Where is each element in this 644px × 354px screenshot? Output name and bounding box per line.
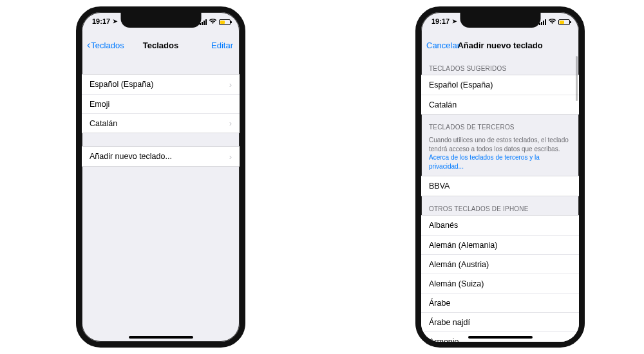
battery-icon (558, 19, 570, 25)
status-indicators (539, 18, 570, 26)
keyboard-row[interactable]: Catalán › (82, 113, 240, 133)
phone-right: 19:17 ➤ Cancelar Añadir nuevo teclado TE… (415, 6, 585, 348)
section-footer-third-party: Cuando utilices uno de estos teclados, e… (421, 133, 579, 176)
list-item[interactable]: Alemán (Alemania) (421, 235, 579, 254)
item-label: Catalán (429, 100, 457, 109)
add-keyboard-row[interactable]: Añadir nuevo teclado... › (82, 147, 240, 166)
disclosure-icon: › (229, 118, 232, 128)
nav-back-button[interactable]: ‹ Teclados (87, 40, 124, 50)
list-item[interactable]: Español (España) (421, 75, 579, 95)
privacy-link[interactable]: Acerca de los teclados de terceros y la … (429, 154, 540, 170)
nav-bar: ‹ Teclados Teclados Editar (82, 34, 240, 56)
list-item[interactable]: Árabe najdí (421, 312, 579, 331)
notch (120, 12, 201, 28)
scroll-indicator[interactable] (576, 56, 578, 101)
time-label: 19:17 (431, 17, 450, 25)
nav-title: Añadir nuevo teclado (457, 41, 542, 50)
list-item[interactable]: Alemán (Suiza) (421, 274, 579, 293)
chevron-left-icon: ‹ (87, 40, 90, 50)
keyboard-label: Emoji (90, 100, 109, 109)
battery-fill (220, 21, 225, 24)
item-label: Armenio (429, 337, 459, 342)
nav-bar: Cancelar Añadir nuevo teclado (421, 34, 579, 56)
status-time: 19:17 ➤ (431, 17, 457, 25)
status-time: 19:17 ➤ (92, 17, 118, 25)
list-item[interactable]: BBVA (421, 176, 579, 196)
section-header-other: OTROS TECLADOS DE IPHONE (421, 196, 579, 215)
nav-edit-button[interactable]: Editar (211, 41, 233, 50)
add-keyboard-label: Añadir nuevo teclado... (90, 152, 172, 161)
item-label: Árabe najdí (429, 318, 470, 327)
notch (460, 12, 540, 28)
item-label: Árabe (429, 299, 450, 308)
item-label: Español (España) (429, 80, 493, 89)
content-right[interactable]: TECLADOS SUGERIDOS Español (España) Cata… (421, 56, 579, 342)
location-arrow-icon: ➤ (113, 18, 118, 24)
section-header-third-party: TECLADOS DE TERCEROS (421, 115, 579, 133)
nav-back-label: Teclados (91, 41, 124, 50)
phone-left: 19:17 ➤ ‹ Teclados Teclados Editar Españ… (76, 6, 245, 348)
list-item[interactable]: Catalán (421, 95, 579, 114)
other-group: Albanés Alemán (Alemania) Alemán (Austri… (421, 215, 579, 342)
disclosure-icon: › (229, 80, 232, 89)
battery-fill (560, 21, 564, 24)
keyboard-label: Español (España) (90, 80, 153, 89)
keyboard-row[interactable]: Español (España) › (82, 75, 240, 94)
list-item[interactable]: Árabe (421, 293, 579, 312)
add-keyboard-group: Añadir nuevo teclado... › (82, 146, 240, 167)
item-label: Albanés (429, 221, 458, 230)
status-indicators (200, 18, 231, 26)
list-item[interactable]: Alemán (Austria) (421, 254, 579, 274)
nav-cancel-label: Cancelar (426, 41, 460, 50)
list-item[interactable]: Albanés (421, 216, 579, 235)
third-party-group: BBVA (421, 176, 579, 196)
home-indicator[interactable] (129, 336, 193, 339)
location-arrow-icon: ➤ (452, 18, 457, 24)
item-label: Alemán (Alemania) (429, 241, 497, 250)
nav-title: Teclados (143, 41, 178, 50)
wifi-icon (209, 18, 217, 26)
home-indicator[interactable] (468, 336, 533, 339)
keyboard-label: Catalán (90, 119, 117, 128)
footer-text: Cuando utilices uno de estos teclados, e… (429, 136, 569, 153)
disclosure-icon: › (229, 152, 232, 162)
content-left: Español (España) › Emoji Catalán › Añadi… (82, 56, 240, 342)
suggested-group: Español (España) Catalán (421, 75, 579, 115)
keyboard-list-group: Español (España) › Emoji Catalán › (82, 74, 240, 133)
item-label: Alemán (Austria) (429, 260, 489, 269)
keyboard-row[interactable]: Emoji (82, 94, 240, 113)
item-label: Alemán (Suiza) (429, 279, 484, 288)
section-header-suggested: TECLADOS SUGERIDOS (421, 56, 579, 75)
nav-cancel-button[interactable]: Cancelar (426, 41, 460, 50)
time-label: 19:17 (92, 17, 110, 25)
item-label: BBVA (429, 182, 450, 191)
wifi-icon (548, 18, 556, 26)
battery-icon (219, 19, 231, 25)
